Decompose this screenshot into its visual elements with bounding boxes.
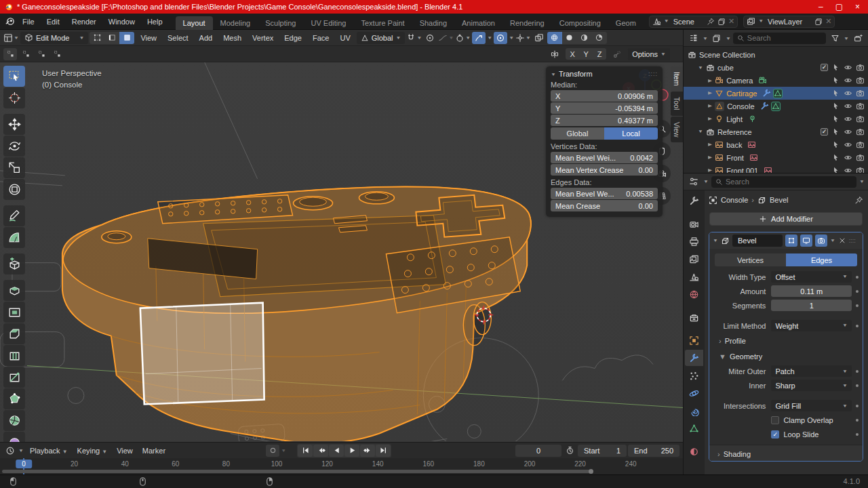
outliner-row-scene collection[interactable]: Scene Collection [684,48,868,61]
camera-toggle-icon[interactable] [856,76,865,85]
pointer-toggle-icon[interactable] [831,63,840,72]
properties-options-chevron[interactable]: ▼ [859,179,865,184]
properties-tab-data[interactable] [685,420,703,436]
expand-icon[interactable]: ▶ [708,142,712,147]
outliner-editor-type-icon[interactable] [687,32,701,44]
collection-checkbox[interactable]: ✓ [821,64,828,71]
scene-selector[interactable]: ▼ Scene ✕ [649,16,738,28]
collapse-chevron[interactable]: ▼ [713,238,718,243]
segments-field[interactable]: 1 [771,300,852,311]
mode-selector[interactable]: Edit Mode▼ [20,32,88,44]
close-button[interactable]: × [855,1,860,13]
proportional-editing-icon[interactable] [423,32,437,44]
viewport-menu-face[interactable]: Face [308,33,334,43]
play-button[interactable] [344,445,359,457]
pointer-toggle-icon[interactable] [831,127,840,136]
eye-toggle-icon[interactable] [844,140,852,149]
eye-toggle-icon[interactable] [844,76,852,85]
outliner-display-mode-icon[interactable] [710,32,724,44]
modifier-extras-chevron[interactable]: ▼ [830,238,835,243]
panel-grip[interactable]: :::: [648,70,658,77]
mirror-z-button[interactable]: Z [593,48,606,60]
3d-viewport[interactable]: User Perspective (0) Console Z X Y ▼ Tra… [0,62,683,442]
sidebar-tab-item[interactable]: Item [671,66,683,91]
properties-tab-particles[interactable] [685,367,703,384]
properties-editor-type-icon[interactable] [687,176,701,188]
menu-window[interactable]: Window [102,16,141,27]
blender-menu-icon[interactable] [3,16,16,28]
camera-toggle-icon[interactable] [856,102,865,110]
pin-icon[interactable] [707,18,715,26]
select-new-icon[interactable] [3,48,17,60]
workspace-tab-uv-editing[interactable]: UV Editing [303,16,353,30]
expand-icon[interactable]: ▶ [708,78,712,83]
tool-move[interactable] [3,114,25,135]
properties-tab-scene[interactable] [685,268,703,285]
snap-magnet-icon[interactable]: ▼ [406,32,422,44]
tool-bevel[interactable] [3,323,25,344]
proportional-chevron[interactable]: ▼ [509,35,514,40]
section-profile[interactable]: ›Profile [711,334,859,348]
workspace-tab-rendering[interactable]: Rendering [502,16,552,30]
outliner-row-light[interactable]: ▶Light [684,113,868,125]
workspace-tab-geom[interactable]: Geom [608,16,644,30]
timeline-menu-view[interactable]: View [112,445,138,456]
pointer-toggle-icon[interactable] [831,76,840,85]
options-dropdown[interactable]: Options▼ [628,48,670,60]
viewport-menu-mesh[interactable]: Mesh [218,33,246,43]
properties-tab-output[interactable] [685,233,703,249]
timeline-menu-keying[interactable]: Keying ▼ [73,445,113,456]
camera-toggle-icon[interactable] [856,115,865,123]
edit-mode-toggle[interactable] [785,235,797,247]
properties-tab-tool[interactable] [685,192,703,209]
gizmo-toggle-icon[interactable]: ▼ [515,32,531,44]
eye-toggle-icon[interactable] [844,89,852,98]
pointer-toggle-icon[interactable] [831,89,840,98]
pointer-toggle-icon[interactable] [831,102,840,110]
properties-tab-modifiers[interactable] [685,350,703,366]
outliner-row-camera[interactable]: ▶Camera [684,74,868,87]
outliner-row-reference[interactable]: ▼Reference✓ [684,125,868,138]
timeline-menu-marker[interactable]: Marker [138,445,170,456]
camera-toggle-icon[interactable] [856,140,865,149]
proportional-falloff-icon[interactable]: ▼ [438,32,454,44]
workspace-tab-layout[interactable]: Layout [176,16,213,30]
properties-tab-object[interactable] [685,332,703,348]
tool-rotate[interactable] [3,136,25,157]
median-z-field[interactable]: Z0.49377 m [551,115,658,126]
expand-icon[interactable]: ▶ [708,91,712,96]
width-type-dropdown[interactable]: Offset▼ [771,271,852,283]
eye-toggle-icon[interactable] [844,115,852,123]
timeline-menu-playback[interactable]: Playback ▼ [25,445,73,456]
timeline-scrollbar[interactable] [2,470,592,473]
play-reverse-button[interactable] [329,445,344,457]
camera-toggle-icon[interactable] [856,153,865,162]
pointer-toggle-icon[interactable] [831,166,840,173]
menu-help[interactable]: Help [141,16,169,27]
modifier-name-field[interactable]: Bevel [732,235,783,247]
jump-last-button[interactable] [376,445,391,457]
pointer-toggle-icon[interactable] [831,140,840,149]
median-x-field[interactable]: X0.00906 m [551,90,658,102]
wireframe-shading-button[interactable] [547,32,562,44]
clamp-overlap-checkbox[interactable] [771,416,779,424]
tool-cursor[interactable] [3,87,25,108]
collapse-icon[interactable]: ▼ [698,129,703,134]
timeline-editor-type-icon[interactable] [3,445,17,457]
vertices-button[interactable]: Vertices [715,253,786,266]
outliner-row-console[interactable]: ▶Console [684,100,868,113]
outliner-row-back[interactable]: ▶back [684,138,868,151]
viewport-menu-vertex[interactable]: Vertex [248,33,278,43]
snap-toggle-button[interactable] [472,32,486,44]
expand-icon[interactable]: ▶ [708,168,712,173]
tool-annotate[interactable] [3,205,25,226]
select-extend-icon[interactable] [19,48,33,60]
workspace-tab-shading[interactable]: Shading [412,16,454,30]
viewlayer-name[interactable]: ViewLayer [766,18,812,26]
camera-toggle-icon[interactable] [856,127,865,136]
workspace-tab-modeling[interactable]: Modeling [213,16,258,30]
new-scene-icon[interactable] [717,18,726,26]
new-collection-icon[interactable] [851,32,865,44]
edge-data-field[interactable]: Mean Bevel We...0.00538 [551,188,658,199]
overlays-toggle-icon[interactable] [532,32,546,44]
